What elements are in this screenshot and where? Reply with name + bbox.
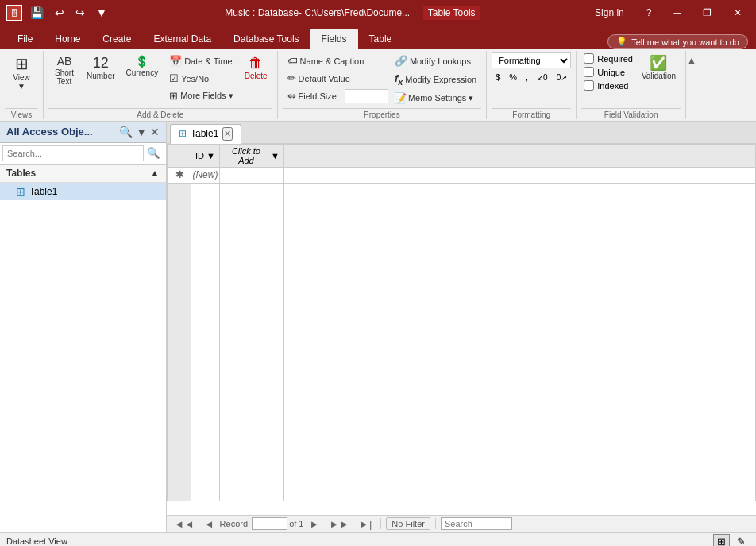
next-record-btn[interactable]: ► <box>306 517 324 532</box>
sidebar-search-icon-btn[interactable]: 🔍 <box>119 126 133 138</box>
empty-selector <box>168 183 191 501</box>
tab-file[interactable]: File <box>6 29 44 49</box>
properties-content: 🏷 Name & Caption ✏ Default Value ⇔ Field… <box>283 52 482 106</box>
views-content: ⊞ View ▼ <box>5 52 38 106</box>
tab-database-tools[interactable]: Database Tools <box>222 29 310 49</box>
sidebar-search-row: 🔍 <box>0 143 166 165</box>
id-dropdown-icon[interactable]: ▼ <box>206 151 215 161</box>
default-value-button[interactable]: ✏ Default Value <box>283 70 388 87</box>
inc-dec-button[interactable]: 0↗ <box>553 72 572 83</box>
sidebar-header: All Access Obje... 🔍 ▼ ✕ <box>0 122 166 143</box>
record-nav: ◄◄ ◄ Record: 1 of 1 ► ►► ►| No Filter <box>167 515 756 532</box>
name-caption-button[interactable]: 🏷 Name & Caption <box>283 52 388 69</box>
more-fields-button[interactable]: ⊞ More Fields ▾ <box>164 87 238 104</box>
maximize-btn[interactable]: ❐ <box>695 4 719 21</box>
field-size-button[interactable]: ⇔ Field Size <box>283 87 341 104</box>
empty-row-cell <box>284 167 755 183</box>
table1-tab-close[interactable]: ✕ <box>222 127 233 141</box>
views-label: Views <box>5 108 38 119</box>
minimize-btn[interactable]: ─ <box>665 4 688 21</box>
sidebar-search-input[interactable] <box>2 145 144 161</box>
empty-add <box>219 183 284 501</box>
yes-no-button[interactable]: ☑ Yes/No <box>164 70 238 87</box>
new-add-cell[interactable] <box>219 167 284 183</box>
percent-button[interactable]: % <box>505 71 521 83</box>
quick-access-dropdown-btn[interactable]: ▼ <box>93 5 110 21</box>
checkbox-icon: ☑ <box>169 72 179 84</box>
modify-expression-button[interactable]: fx Modify Expression <box>390 70 481 89</box>
field-size-icon: ⇔ <box>287 90 296 102</box>
sidebar: All Access Obje... 🔍 ▼ ✕ 🔍 Tables ▲ ⊞ Ta… <box>0 122 167 532</box>
prev-record-btn[interactable]: ◄ <box>200 517 218 532</box>
field-validation-label: Field Validation <box>581 108 681 119</box>
indexed-checkbox[interactable] <box>584 80 594 91</box>
ribbon-collapse-btn[interactable]: ▲ <box>686 51 700 119</box>
help-btn[interactable]: ? <box>638 4 660 21</box>
field-size-input[interactable] <box>345 89 388 103</box>
add-delete-small-col: 📅 Date & Time ☑ Yes/No ⊞ More Fields ▾ <box>164 52 238 104</box>
new-id-cell: (New) <box>191 167 220 183</box>
dollar-button[interactable]: $ <box>492 71 504 83</box>
required-check-label: Required <box>581 52 635 64</box>
tell-me-box[interactable]: 💡 Tell me what you want to do <box>608 34 748 49</box>
unique-checkbox[interactable] <box>584 67 594 77</box>
tables-section-header[interactable]: Tables ▲ <box>0 165 166 183</box>
design-view-btn[interactable]: ✎ <box>733 534 750 546</box>
no-filter-btn[interactable]: No Filter <box>386 517 430 530</box>
record-search-input[interactable] <box>441 517 512 530</box>
id-column-header[interactable]: ID ▼ <box>191 144 220 167</box>
sidebar-close-btn[interactable]: ✕ <box>150 126 160 138</box>
datasheet-view-btn[interactable]: ⊞ <box>713 534 730 546</box>
undo-btn[interactable]: ↩ <box>52 5 68 21</box>
click-to-add-header[interactable]: Click to Add ▼ <box>219 144 284 167</box>
modify-lookups-button[interactable]: 🔗 Modify Lookups <box>390 52 481 69</box>
sign-in-btn[interactable]: Sign in <box>595 7 624 18</box>
required-checkbox[interactable] <box>584 53 594 64</box>
of-label: of 1 <box>289 519 303 529</box>
row-selector-header <box>168 144 191 167</box>
tab-fields[interactable]: Fields <box>310 29 358 49</box>
memo-settings-button[interactable]: 📝 Memo Settings ▾ <box>390 90 481 106</box>
status-left: Datasheet View <box>6 536 68 546</box>
first-record-btn[interactable]: ◄◄ <box>170 517 199 532</box>
tab-home[interactable]: Home <box>44 29 91 49</box>
sidebar-item-table1[interactable]: ⊞ Table1 <box>0 183 166 200</box>
validation-button[interactable]: ✅ Validation <box>637 52 681 83</box>
tab-table[interactable]: Table <box>358 29 403 49</box>
click-add-dropdown-icon[interactable]: ▼ <box>271 151 280 161</box>
new-row-input[interactable] <box>220 168 284 182</box>
empty-space-row <box>168 183 756 501</box>
dec-dec-button[interactable]: ↙0 <box>533 72 552 83</box>
title-bar-left: 🗄 💾 ↩ ↪ ▼ <box>6 5 110 21</box>
validation-icon: ✅ <box>650 56 667 70</box>
current-record-input[interactable]: 1 <box>252 517 287 530</box>
memo-icon: 📝 <box>394 92 407 104</box>
view-dropdown-icon: ▼ <box>17 82 25 91</box>
tab-external-data[interactable]: External Data <box>142 29 222 49</box>
short-text-button[interactable]: AB Short Text <box>48 52 80 89</box>
sidebar-title: All Access Obje... <box>6 126 93 137</box>
number-icon: 12 <box>93 56 109 70</box>
add-delete-label: Add & Delete <box>48 108 272 119</box>
table1-tab[interactable]: ⊞ Table1 ✕ <box>170 124 241 144</box>
currency-button[interactable]: 💲 Currency <box>122 52 164 80</box>
sidebar-search-button[interactable]: 🔍 <box>144 145 164 161</box>
tab-create[interactable]: Create <box>91 29 142 49</box>
title-bar: 🗄 💾 ↩ ↪ ▼ Music : Database- C:\Users\Fre… <box>0 0 756 25</box>
redo-btn[interactable]: ↪ <box>72 5 88 21</box>
number-button[interactable]: 12 Number <box>82 52 120 83</box>
lightbulb-icon: 💡 <box>616 37 627 47</box>
format-dropdown[interactable]: Formatting <box>492 52 571 68</box>
comma-button[interactable]: , <box>522 71 532 83</box>
status-text: Datasheet View <box>6 536 68 546</box>
view-button[interactable]: ⊞ View ▼ <box>5 52 38 94</box>
sidebar-menu-btn[interactable]: ▼ <box>136 126 147 138</box>
new-record-btn[interactable]: ►| <box>355 517 376 532</box>
close-btn[interactable]: ✕ <box>726 4 750 21</box>
currency-icon: 💲 <box>135 56 148 67</box>
datasheet: ID ▼ Click to Add ▼ <box>167 144 756 515</box>
quick-save-btn[interactable]: 💾 <box>27 5 47 21</box>
date-time-button[interactable]: 📅 Date & Time <box>164 52 238 69</box>
delete-button[interactable]: 🗑 Delete <box>240 52 272 83</box>
last-record-btn[interactable]: ►► <box>325 517 353 532</box>
